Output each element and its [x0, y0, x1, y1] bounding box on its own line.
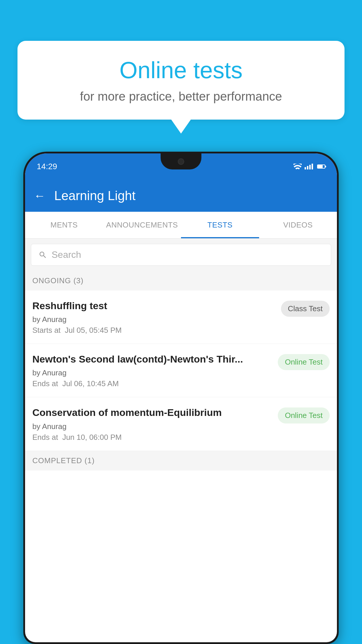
test-list: Reshuffling test by Anurag Starts at Jul…: [25, 290, 337, 451]
wifi-icon: [294, 164, 302, 169]
promo-section: Online tests for more practice, better p…: [17, 41, 345, 134]
completed-label: COMPLETED (1): [32, 456, 95, 465]
front-camera: [178, 158, 184, 165]
search-placeholder: Search: [52, 249, 81, 260]
completed-section-header: COMPLETED (1): [25, 451, 337, 470]
test-item[interactable]: Newton's Second law(contd)-Newton's Thir…: [25, 344, 337, 397]
phone-screen: 14:29 ← Learnin: [25, 153, 337, 642]
tabs-bar: MENTS ANNOUNCEMENTS TESTS VIDEOS: [25, 212, 337, 239]
test-item[interactable]: Conservation of momentum-Equilibrium by …: [25, 397, 337, 451]
search-container: Search: [25, 239, 337, 271]
speech-bubble-arrow: [171, 119, 191, 134]
back-button[interactable]: ←: [34, 189, 45, 202]
test-author: by Anurag: [32, 315, 275, 324]
tab-tests[interactable]: TESTS: [181, 212, 259, 238]
class-test-badge: Class Test: [281, 301, 330, 317]
test-time: Ends at Jul 06, 10:45 AM: [32, 379, 272, 388]
tab-announcements[interactable]: ANNOUNCEMENTS: [103, 212, 181, 238]
test-time: Ends at Jun 10, 06:00 PM: [32, 433, 272, 442]
test-author: by Anurag: [32, 368, 272, 377]
ongoing-section-header: ONGOING (3): [25, 271, 337, 290]
search-icon: [38, 251, 47, 259]
status-bar: 14:29: [25, 153, 337, 180]
tab-assignments[interactable]: MENTS: [25, 212, 103, 238]
test-item[interactable]: Reshuffling test by Anurag Starts at Jul…: [25, 290, 337, 344]
signal-icon: [305, 164, 313, 169]
speech-bubble: Online tests for more practice, better p…: [17, 41, 345, 120]
test-title: Conservation of momentum-Equilibrium: [32, 406, 272, 419]
test-item-content: Conservation of momentum-Equilibrium by …: [32, 406, 272, 442]
promo-title: Online tests: [35, 57, 327, 84]
status-icons: [294, 164, 325, 169]
phone-notch: [161, 153, 201, 169]
status-time: 14:29: [37, 162, 57, 171]
battery-icon: [317, 164, 325, 169]
app-bar: ← Learning Light: [25, 180, 337, 212]
search-input-wrapper[interactable]: Search: [31, 244, 331, 266]
tab-videos[interactable]: VIDEOS: [259, 212, 337, 238]
ongoing-label: ONGOING (3): [32, 276, 84, 285]
online-test-badge: Online Test: [278, 354, 330, 370]
app-bar-title: Learning Light: [54, 188, 136, 203]
test-author: by Anurag: [32, 422, 272, 431]
test-title: Reshuffling test: [32, 299, 275, 312]
test-item-content: Newton's Second law(contd)-Newton's Thir…: [32, 353, 272, 388]
test-item-content: Reshuffling test by Anurag Starts at Jul…: [32, 299, 275, 335]
test-title: Newton's Second law(contd)-Newton's Thir…: [32, 353, 272, 365]
test-time: Starts at Jul 05, 05:45 PM: [32, 326, 275, 335]
online-test-badge: Online Test: [278, 407, 330, 424]
phone-frame: 14:29 ← Learnin: [23, 152, 339, 644]
promo-subtitle: for more practice, better performance: [35, 90, 327, 104]
